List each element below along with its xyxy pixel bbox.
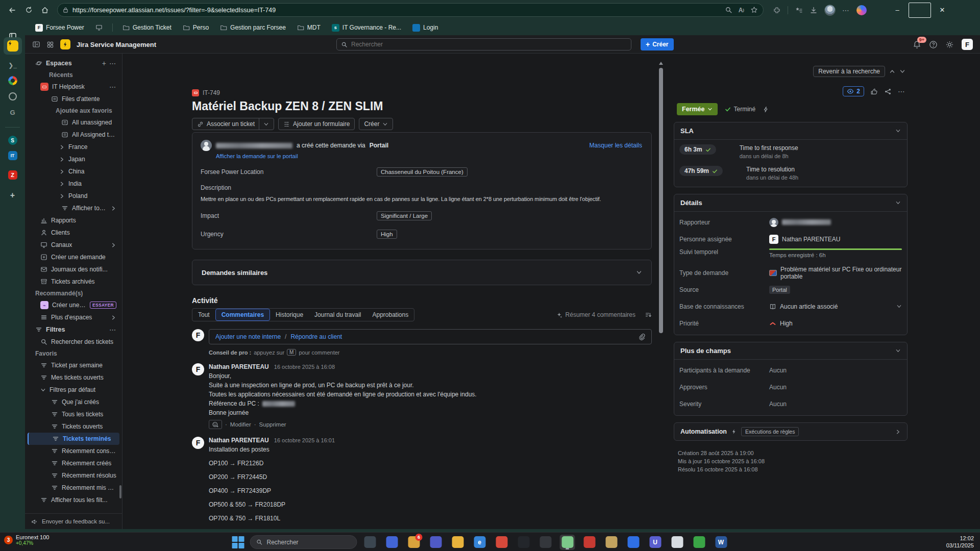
detail-row-suivi-temporel[interactable]: Suivi temporelTemps enregistré : 6h — [674, 247, 907, 264]
home-icon[interactable] — [38, 4, 52, 17]
comment-author[interactable]: Nathan PARENTEAU — [209, 363, 269, 370]
it-portal-tab[interactable]: IT — [4, 148, 21, 163]
global-search[interactable] — [336, 38, 631, 51]
bookmark-it-governance-re[interactable]: sIT Governance - Re... — [328, 22, 405, 33]
search-page-icon[interactable] — [725, 6, 732, 14]
more-fields-header[interactable]: Plus de champs — [674, 342, 907, 360]
issue-key[interactable]: IT-749 — [203, 89, 220, 96]
create-menu-button[interactable]: Créer — [359, 118, 393, 130]
issue-title[interactable]: Matériel Backup ZEN 8 / ZEN SLIM — [192, 99, 652, 113]
edit-comment-link[interactable]: Modifier — [230, 421, 251, 428]
favorite-star-icon[interactable] — [750, 6, 758, 14]
notifications-icon[interactable]: 9+ — [913, 40, 921, 49]
g-tab[interactable]: G — [4, 105, 21, 120]
taskbar-search[interactable]: Rechercher — [250, 535, 357, 549]
sidebar-item-afficher-tous-les-filt[interactable]: Afficher tous les filt... — [28, 494, 119, 506]
taskbar-widget[interactable]: 3 Euronext 100 +0,47% — [4, 534, 49, 546]
taskbar-app-azure[interactable] — [626, 535, 641, 550]
comment-composer[interactable]: F Ajouter une note interne / Répondre au… — [192, 329, 652, 344]
sidebar-item-clients[interactable]: Clients — [28, 227, 119, 239]
sidebar-item-plus-d-espaces[interactable]: Plus d'espaces — [28, 311, 119, 323]
app-switcher-icon[interactable] — [46, 41, 54, 48]
sidebar-item-india[interactable]: India — [28, 178, 119, 190]
taskbar-app-dark[interactable] — [516, 535, 531, 550]
sidebar-item-r-cemment-consul[interactable]: Récemment consul... — [28, 445, 119, 457]
detail-row-personne-assign-e[interactable]: Personne assignéeFNathan PARENTEAU — [674, 231, 907, 247]
taskbar-file-explorer[interactable] — [450, 535, 465, 550]
watchers-button[interactable]: 2 — [843, 86, 864, 96]
google-tab[interactable] — [4, 73, 21, 88]
sidebar-item-rapports[interactable]: Rapports — [28, 214, 119, 227]
sidebar-scrollbar[interactable] — [119, 485, 121, 498]
rule-executions-chip[interactable]: Exécutions de règles — [741, 427, 799, 436]
sidebar-item-filtres[interactable]: Filtres⋯ — [28, 323, 119, 336]
main-scrollbar[interactable] — [658, 62, 664, 526]
taskbar-teams[interactable] — [428, 535, 444, 550]
sidebar-item-afficher-toute[interactable]: Afficher toute... — [28, 202, 119, 214]
sidebar-item-japan[interactable]: Japan — [28, 153, 119, 165]
add-form-button[interactable]: Ajouter un formulaire — [278, 118, 355, 130]
sidebar-item-cr-er-une-f[interactable]: ⌁Créer une f...ESSAYER — [28, 299, 119, 311]
sidebar-item-journaux-des-notifi[interactable]: Journaux des notifi... — [28, 263, 119, 276]
field-value[interactable]: Significant / Large — [377, 211, 432, 220]
sidebar-item-espaces[interactable]: Espaces+⋯ — [28, 57, 119, 69]
bookmark-mdt[interactable]: MDT — [293, 22, 324, 33]
bookmark-perso[interactable]: Perso — [179, 22, 212, 33]
chevron-down-icon[interactable] — [896, 304, 902, 309]
scroll-up-arrow[interactable] — [659, 62, 663, 65]
copilot-icon[interactable] — [856, 5, 867, 15]
sidebar-item-tickets-termin-s[interactable]: Tickets terminés — [28, 433, 119, 445]
view-on-portal-link[interactable]: Afficher la demande sur le portail — [216, 153, 643, 159]
taskbar-browser-active[interactable] — [560, 535, 575, 550]
share-icon[interactable] — [884, 88, 892, 95]
downloads-icon[interactable] — [810, 6, 818, 14]
taskbar-app-crimson[interactable] — [582, 535, 597, 550]
browser-menu-icon[interactable]: ⋯ — [842, 6, 850, 14]
sidebar-item-ticket-par-semaine[interactable]: Ticket par semaine — [28, 359, 119, 371]
taskbar-app-tan[interactable] — [604, 535, 619, 550]
back-icon[interactable] — [5, 4, 19, 17]
refresh-icon[interactable] — [21, 4, 36, 17]
field-value[interactable]: High — [377, 230, 397, 239]
zimbra-tab[interactable]: Z — [4, 167, 21, 183]
sidebar-item-que-j-ai-cr-s[interactable]: Que j'ai créés — [28, 396, 119, 408]
sidebar-item-canaux[interactable]: Canaux — [28, 239, 119, 251]
help-icon[interactable] — [929, 40, 938, 49]
add-reaction-button[interactable] — [209, 420, 222, 429]
similar-requests-card[interactable]: Demandes similaires — [192, 260, 652, 285]
tab-tout[interactable]: Tout — [192, 309, 215, 321]
sidebar-item-mes-tickets-ouverts[interactable]: Mes tickets ouverts — [28, 371, 119, 384]
bookmark-gestion-parc-forsee[interactable]: Gestion parc Forsee — [216, 22, 289, 33]
read-aloud-icon[interactable]: A) — [739, 7, 744, 14]
sla-header[interactable]: SLA — [674, 122, 907, 140]
sidebar-item-r-cemment-mis-j[interactable]: Récemment mis à j... — [28, 482, 119, 494]
automation-panel[interactable]: Automatisation Exécutions de règles — [674, 422, 908, 441]
sidebar-item-it-helpdesk[interactable]: IT Helpdesk⋯ — [28, 81, 119, 93]
detail-row-priorit-[interactable]: PrioritéHigh — [674, 315, 907, 332]
bookmark-icon[interactable] — [92, 22, 106, 33]
field-value[interactable]: Chasseneuil du Poitou (France) — [377, 167, 468, 177]
taskbar-settings-dark[interactable] — [538, 535, 553, 550]
add-internal-note-link[interactable]: Ajouter une note interne — [215, 333, 281, 340]
minimize-button[interactable]: – — [886, 3, 909, 18]
chevron-right-icon[interactable] — [895, 429, 901, 435]
sidebar-item-files-d-attente[interactable]: Files d'attente — [28, 93, 119, 105]
sidebar-item-france[interactable]: France — [28, 141, 119, 153]
profile-avatar[interactable]: F — [962, 39, 973, 50]
send-feedback-button[interactable]: Envoyer du feedback su... — [25, 513, 122, 529]
chevron-down-icon[interactable] — [636, 269, 642, 276]
sidebar-item-all-assigned-to-me[interactable]: All Assigned to me — [28, 129, 119, 141]
detail-row-base-de-connaissances[interactable]: Base de connaissancesAucun article assoc… — [674, 298, 907, 315]
detail-row-rapporteur[interactable]: Rapporteur — [674, 214, 907, 231]
hide-details-link[interactable]: Masquer les détails — [590, 142, 642, 149]
create-button[interactable]: +Créer — [641, 38, 674, 51]
new-tab[interactable]: + — [4, 188, 21, 203]
sidebar-item-tous-les-tickets[interactable]: Tous les tickets — [28, 408, 119, 420]
bookmark-forsee-power[interactable]: FForsee Power — [32, 22, 88, 33]
next-issue-icon[interactable] — [899, 68, 905, 74]
sidebar-item-r-cemment-cr-s[interactable]: Récemment créés — [28, 457, 119, 469]
tab-commentaires[interactable]: Commentaires — [215, 309, 270, 321]
jira-logo-icon[interactable] — [60, 39, 70, 49]
taskbar-app-u-purple[interactable]: U — [648, 535, 663, 550]
sidebar-item-china[interactable]: China — [28, 165, 119, 178]
